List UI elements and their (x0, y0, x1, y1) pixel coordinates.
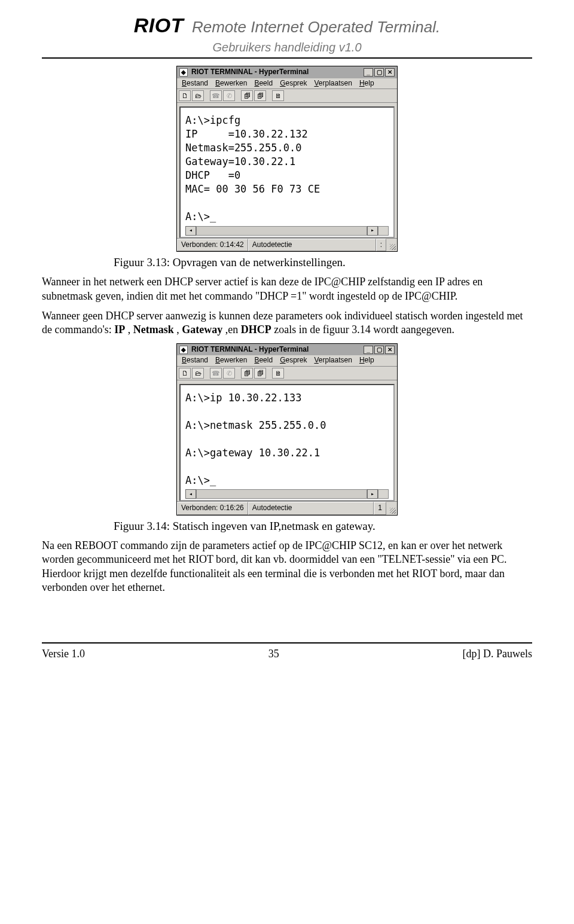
scroll-corner (378, 489, 389, 499)
menu-gesprek[interactable]: Gesprek (277, 356, 309, 365)
logo-text: RIOT (134, 12, 184, 38)
receive-icon[interactable]: 🗐 (254, 90, 266, 101)
minimize-button[interactable]: _ (364, 68, 373, 77)
titlebar: ◆ RIOT TERMNINAL - HyperTerminal _ ▢ ✕ (177, 66, 397, 78)
open-icon[interactable]: 🗁 (192, 90, 204, 101)
resize-grip[interactable] (386, 502, 397, 515)
menu-bewerken[interactable]: Bewerken (213, 356, 249, 365)
terminal-output: A:\>ip 10.30.22.133 A:\>netmask 255.255.… (179, 384, 395, 502)
connect-icon[interactable]: ☎ (210, 90, 222, 101)
status-extra: 1 (374, 502, 386, 515)
connect-icon[interactable]: ☎ (210, 368, 222, 379)
toolbar: 🗋 🗁 ☎ ✆ 🗐 🗐 🗎 (177, 89, 397, 103)
open-icon[interactable]: 🗁 (192, 368, 204, 379)
menubar: Bestand Bewerken Beeld Gesprek Verplaats… (177, 78, 397, 89)
terminal-text: A:\>ipcfg IP =10.30.22.132 Netmask=255.2… (185, 114, 389, 224)
status-autodetect: Autodetectie (248, 502, 374, 515)
send-icon[interactable]: 🗐 (241, 368, 253, 379)
status-extra: : (376, 239, 386, 252)
scroll-right-icon[interactable]: ▸ (367, 226, 378, 236)
horizontal-scrollbar[interactable]: ◂ ▸ (185, 226, 389, 236)
statusbar: Verbonden: 0:16:26 Autodetectie 1 (177, 501, 397, 515)
footer-page: 35 (268, 647, 279, 661)
scroll-track[interactable] (196, 226, 367, 236)
app-icon: ◆ (179, 346, 188, 354)
menu-beeld[interactable]: Beeld (252, 356, 275, 365)
hyperterminal-window-2: ◆ RIOT TERMNINAL - HyperTerminal _ ▢ ✕ B… (176, 343, 398, 516)
disconnect-icon[interactable]: ✆ (223, 90, 235, 101)
maximize-button[interactable]: ▢ (374, 346, 384, 354)
maximize-button[interactable]: ▢ (374, 68, 384, 77)
new-icon[interactable]: 🗋 (179, 368, 191, 379)
menu-help[interactable]: Help (357, 356, 377, 365)
horizontal-scrollbar[interactable]: ◂ ▸ (185, 489, 389, 499)
paragraph-dhcp: Wanneer in het netwerk een DHCP server a… (42, 275, 532, 303)
minimize-button[interactable]: _ (364, 346, 373, 354)
scroll-left-icon[interactable]: ◂ (185, 226, 196, 236)
terminal-output: A:\>ipcfg IP =10.30.22.132 Netmask=255.2… (179, 106, 395, 238)
new-icon[interactable]: 🗋 (179, 90, 191, 101)
close-button[interactable]: ✕ (385, 346, 395, 354)
document-header: RIOT Remote Internet Operated Terminal. … (42, 12, 532, 59)
figure-caption-313: Figuur 3.13: Opvragen van de netwerkinst… (114, 255, 532, 270)
menubar: Bestand Bewerken Beeld Gesprek Verplaats… (177, 355, 397, 366)
close-button[interactable]: ✕ (385, 68, 395, 77)
terminal-text: A:\>ip 10.30.22.133 A:\>netmask 255.255.… (185, 391, 389, 487)
footer-version: Versie 1.0 (42, 647, 85, 661)
footer: Versie 1.0 35 [dp] D. Pauwels (42, 642, 532, 661)
footer-author: [dp] D. Pauwels (463, 647, 532, 661)
disconnect-icon[interactable]: ✆ (223, 368, 235, 379)
menu-beeld[interactable]: Beeld (252, 79, 275, 89)
status-connection: Verbonden: 0:16:26 (177, 502, 248, 515)
doc-title: Remote Internet Operated Terminal. (192, 17, 440, 38)
scroll-track[interactable] (196, 489, 367, 499)
paragraph-static: Wanneer geen DHCP server aanwezig is kun… (42, 309, 532, 337)
window-title: RIOT TERMNINAL - HyperTerminal (191, 68, 309, 77)
menu-verplaatsen[interactable]: Verplaatsen (312, 356, 355, 365)
menu-bestand[interactable]: Bestand (179, 356, 210, 365)
paragraph-reboot: Na een REBOOT commando zijn de parameter… (42, 539, 532, 595)
hyperterminal-window-1: ◆ RIOT TERMNINAL - HyperTerminal _ ▢ ✕ B… (176, 66, 398, 252)
scroll-right-icon[interactable]: ▸ (367, 489, 378, 499)
toolbar: 🗋 🗁 ☎ ✆ 🗐 🗐 🗎 (177, 366, 397, 380)
menu-gesprek[interactable]: Gesprek (277, 79, 309, 89)
titlebar: ◆ RIOT TERMNINAL - HyperTerminal _ ▢ ✕ (177, 344, 397, 356)
status-autodetect: Autodetectie (248, 239, 376, 252)
resize-grip[interactable] (386, 239, 397, 252)
doc-subtitle: Gebruikers handleiding v1.0 (42, 39, 532, 55)
scroll-corner (378, 226, 389, 236)
status-connection: Verbonden: 0:14:42 (177, 239, 248, 252)
statusbar: Verbonden: 0:14:42 Autodetectie : (177, 238, 397, 252)
window-title: RIOT TERMNINAL - HyperTerminal (191, 345, 309, 355)
menu-bestand[interactable]: Bestand (179, 79, 210, 89)
scroll-left-icon[interactable]: ◂ (185, 489, 196, 499)
menu-verplaatsen[interactable]: Verplaatsen (312, 79, 355, 89)
menu-bewerken[interactable]: Bewerken (213, 79, 249, 89)
send-icon[interactable]: 🗐 (241, 90, 253, 101)
properties-icon[interactable]: 🗎 (272, 368, 284, 379)
figure-caption-314: Figuur 3.14: Statisch ingeven van IP,net… (114, 519, 532, 534)
menu-help[interactable]: Help (357, 79, 377, 89)
properties-icon[interactable]: 🗎 (272, 90, 284, 101)
app-icon: ◆ (179, 68, 188, 77)
receive-icon[interactable]: 🗐 (254, 368, 266, 379)
